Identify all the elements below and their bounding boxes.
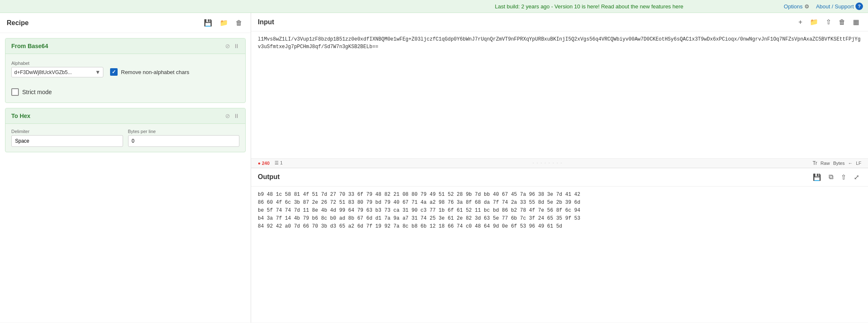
input-header: Input + 📁 ⇧ 🗑 ▦ (251, 13, 868, 31)
top-banner: Last build: 2 years ago - Version 10 is … (0, 0, 868, 13)
recipe-header: Recipe 💾 📁 🗑 (0, 13, 251, 33)
main-container: Recipe 💾 📁 🗑 From Base64 ⊘ ⏸ (0, 13, 868, 323)
input-title: Input (258, 18, 274, 26)
delimiter-label: Delimiter (11, 129, 123, 134)
recipe-actions: 💾 📁 🗑 (202, 18, 244, 28)
tr-icon: Tr (813, 160, 817, 166)
arrow-icon: ← (848, 161, 853, 166)
save-icon: 💾 (204, 19, 212, 26)
options-label: Options (784, 3, 803, 10)
output-actions: 💾 ⧉ ⇧ ⤢ (811, 172, 861, 182)
to-hex-disable-button[interactable]: ⊘ (225, 113, 230, 119)
right-panel: Input + 📁 ⇧ 🗑 ▦ l1Mvs8wZ1LI/v3Vup1zF8bzd… (251, 13, 868, 323)
alphabet-value: d+F3DwWj8tUckVGZb5... (14, 69, 95, 75)
from-base64-pause-button[interactable]: ⏸ (234, 43, 239, 49)
from-base64-body: Alphabet d+F3DwWj8tUckVGZb5... ▼ Remove … (5, 54, 245, 103)
to-hex-body: Delimiter Bytes per line (5, 124, 245, 152)
from-base64-title: From Base64 (11, 43, 48, 49)
input-section: Input + 📁 ⇧ 🗑 ▦ l1Mvs8wZ1LI/v3Vup1zF8bzd… (251, 13, 868, 168)
output-save-button[interactable]: 💾 (811, 172, 823, 182)
raw-button[interactable]: Raw (821, 161, 830, 166)
save-recipe-button[interactable]: 💾 (202, 18, 214, 28)
output-text: b9 48 1c 58 81 4f 51 7d 27 70 33 6f 79 4… (258, 191, 861, 231)
to-hex-section: To Hex ⊘ ⏸ Delimiter Bytes per line (5, 108, 246, 152)
banner-text: Last build: 2 years ago - Version 10 is … (394, 3, 783, 10)
alphabet-dropdown-icon: ▼ (95, 69, 100, 75)
remove-nonalpha-label: Remove non-alphabet chars (121, 69, 189, 75)
line-count: 1 (280, 160, 282, 165)
input-upload-button[interactable]: ⇧ (824, 17, 833, 27)
from-base64-header: From Base64 ⊘ ⏸ (5, 38, 245, 54)
question-icon: ? (855, 3, 863, 10)
left-panel: Recipe 💾 📁 🗑 From Base64 ⊘ ⏸ (0, 13, 251, 323)
banner-message: Last build: 2 years ago - Version 10 is … (495, 3, 683, 10)
delete-recipe-button[interactable]: 🗑 (234, 18, 244, 28)
input-textarea[interactable]: l1Mvs8wZ1LI/v3Vup1zF8bzdp1B51zz0e0xdfIXN… (251, 31, 868, 158)
input-split-button[interactable]: ▦ (851, 17, 861, 27)
about-label: About / Support (816, 3, 854, 10)
strict-mode-row: Strict mode (11, 83, 239, 97)
alphabet-select-wrapper[interactable]: d+F3DwWj8tUckVGZb5... ▼ (11, 67, 103, 77)
bytes-per-line-field: Bytes per line (128, 129, 240, 147)
remove-nonalpha-row: Remove non-alphabet chars (110, 65, 189, 79)
output-copy-button[interactable]: ⧉ (827, 172, 835, 182)
recipe-title: Recipe (7, 19, 28, 27)
options-link[interactable]: Options ⚙ (784, 3, 811, 10)
rec-count: 240 (262, 161, 270, 166)
rec-badge: ● 240 (258, 161, 270, 166)
statusbar-right: Tr Raw Bytes ← LF (813, 160, 861, 166)
to-hex-pause-button[interactable]: ⏸ (234, 113, 239, 119)
bytes-per-line-label: Bytes per line (128, 129, 240, 134)
load-recipe-button[interactable]: 📁 (218, 18, 230, 28)
strict-mode-checkbox[interactable] (11, 88, 19, 96)
input-actions: + 📁 ⇧ 🗑 ▦ (796, 17, 861, 27)
input-delete-button[interactable]: 🗑 (837, 18, 847, 27)
output-content: b9 48 1c 58 81 4f 51 7d 27 70 33 6f 79 4… (251, 187, 868, 323)
output-section: Output 💾 ⧉ ⇧ ⤢ b9 48 1c 58 81 4f 51 7d 2… (251, 168, 868, 323)
statusbar-left: ● 240 ☰ 1 (258, 160, 282, 166)
output-expand-button[interactable]: ⤢ (852, 172, 861, 182)
alphabet-label: Alphabet (11, 61, 103, 66)
resize-divider[interactable]: · · · · · · · · (533, 161, 563, 165)
from-base64-section: From Base64 ⊘ ⏸ Alphabet d+F3DwWj8tUckVG… (5, 38, 246, 103)
gear-icon: ⚙ (804, 3, 811, 10)
remove-nonalpha-checkbox[interactable] (110, 68, 118, 76)
input-add-button[interactable]: + (796, 18, 804, 27)
to-hex-header: To Hex ⊘ ⏸ (5, 108, 245, 124)
to-hex-controls: ⊘ ⏸ (225, 113, 239, 119)
alphabet-row: Alphabet d+F3DwWj8tUckVGZb5... ▼ Remove … (11, 59, 239, 79)
input-folder-button[interactable]: 📁 (808, 17, 820, 27)
to-hex-title: To Hex (11, 113, 31, 119)
delimiter-field: Delimiter (11, 129, 123, 147)
strict-mode-label: Strict mode (22, 89, 52, 95)
output-header: Output 💾 ⧉ ⇧ ⤢ (251, 168, 868, 187)
output-title: Output (258, 173, 280, 181)
output-send-button[interactable]: ⇧ (839, 172, 848, 182)
folder-icon: 📁 (220, 19, 228, 26)
delimiter-input[interactable] (11, 135, 123, 147)
bytes-button[interactable]: Bytes (833, 161, 845, 166)
line-count-icon: ☰ 1 (275, 160, 282, 166)
bytes-per-line-input[interactable] (128, 135, 240, 147)
input-statusbar: ● 240 ☰ 1 · · · · · · · · Tr Raw Bytes ←… (251, 158, 868, 168)
from-base64-controls: ⊘ ⏸ (225, 43, 239, 49)
trash-icon: 🗑 (236, 19, 242, 26)
lf-label: LF (856, 161, 861, 166)
about-link[interactable]: About / Support ? (816, 3, 863, 10)
from-base64-disable-button[interactable]: ⊘ (225, 43, 230, 49)
